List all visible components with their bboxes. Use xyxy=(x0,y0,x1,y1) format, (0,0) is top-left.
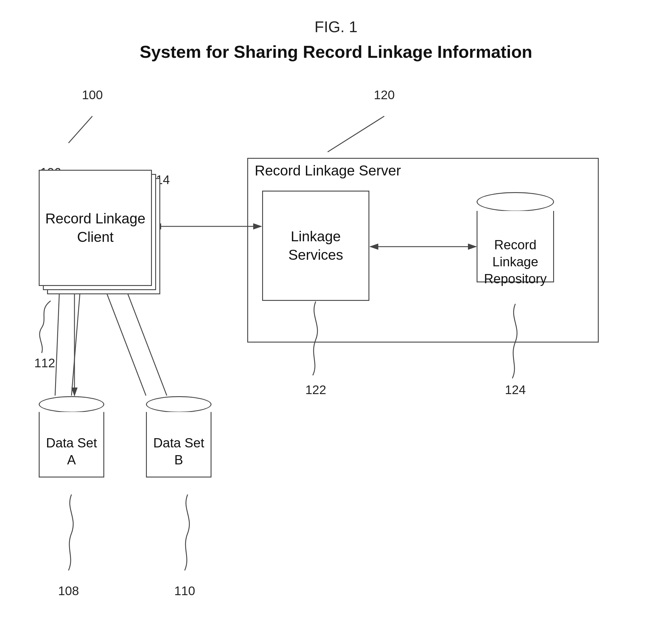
dataset-a-body: Data SetA xyxy=(39,412,104,477)
ref-108: 108 xyxy=(58,584,79,598)
svg-line-17 xyxy=(125,287,167,396)
repo-cylinder-top xyxy=(477,192,554,212)
ref-124: 124 xyxy=(505,383,526,397)
ref-112: 112 xyxy=(34,356,55,370)
ref-120: 120 xyxy=(374,88,395,102)
svg-line-5 xyxy=(328,116,384,152)
svg-line-15 xyxy=(104,287,146,396)
ref-110: 110 xyxy=(174,584,195,598)
dataset-a-label: Data SetA xyxy=(42,434,101,468)
server-label: Record Linkage Server xyxy=(255,162,401,179)
dataset-a-cylinder: Data SetA xyxy=(39,396,104,477)
fig-label: FIG. 1 xyxy=(314,18,358,36)
svg-line-13 xyxy=(72,287,81,396)
svg-line-11 xyxy=(55,287,60,396)
dataset-b-label: Data SetB xyxy=(149,434,208,468)
linkage-services-label: LinkageServices xyxy=(288,227,343,264)
ref-122: 122 xyxy=(305,383,326,397)
repo-label: RecordLinkageRepository xyxy=(477,236,554,287)
client-label: Record LinkageClient xyxy=(45,210,145,247)
dataset-b-top xyxy=(146,396,212,413)
main-title: System for Sharing Record Linkage Inform… xyxy=(140,42,532,62)
repo-cylinder-body: RecordLinkageRepository xyxy=(477,211,554,282)
dataset-a-top xyxy=(39,396,104,413)
svg-line-4 xyxy=(69,116,92,143)
repo-cylinder: RecordLinkageRepository xyxy=(477,192,554,282)
dataset-b-body: Data SetB xyxy=(146,412,212,477)
linkage-services-box: LinkageServices xyxy=(262,191,369,301)
ref-100: 100 xyxy=(82,88,103,102)
dataset-b-cylinder: Data SetB xyxy=(146,396,212,477)
client-page-front: Record LinkageClient xyxy=(39,170,152,286)
